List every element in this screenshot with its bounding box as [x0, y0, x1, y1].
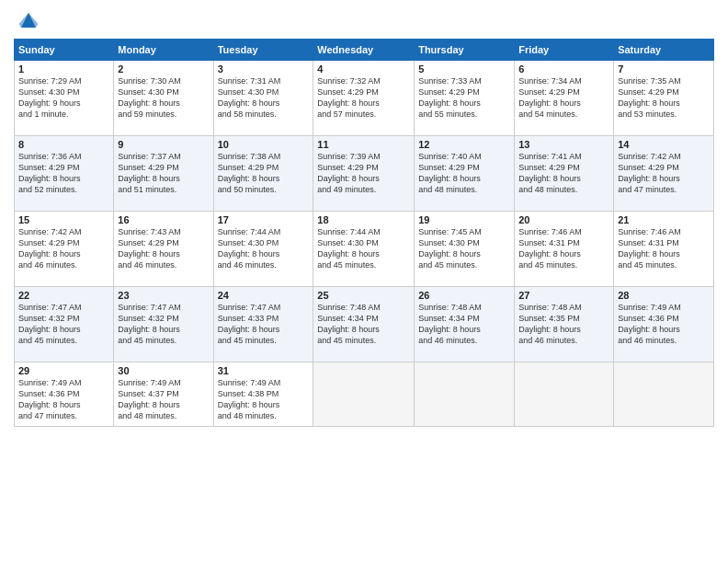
day-info: Sunrise: 7:34 AMSunset: 4:29 PMDaylight:… — [518, 75, 609, 121]
day-info: Sunrise: 7:47 AMSunset: 4:32 PMDaylight:… — [118, 302, 209, 347]
calendar-cell: 16Sunrise: 7:43 AMSunset: 4:29 PMDayligh… — [114, 212, 213, 287]
header-cell-monday: Monday — [114, 40, 213, 61]
day-info: Sunrise: 7:39 AMSunset: 4:29 PMDaylight:… — [317, 151, 410, 196]
day-number: 22 — [18, 290, 109, 301]
day-number: 3 — [218, 63, 310, 75]
day-info: Sunrise: 7:47 AMSunset: 4:33 PMDaylight:… — [218, 302, 310, 347]
day-info: Sunrise: 7:48 AMSunset: 4:34 PMDaylight:… — [317, 302, 410, 347]
calendar-cell: 22Sunrise: 7:47 AMSunset: 4:32 PMDayligh… — [15, 287, 114, 362]
week-row-4: 22Sunrise: 7:47 AMSunset: 4:32 PMDayligh… — [15, 287, 714, 362]
day-number: 12 — [418, 139, 510, 150]
day-info: Sunrise: 7:48 AMSunset: 4:34 PMDaylight:… — [418, 302, 510, 347]
day-info: Sunrise: 7:35 AMSunset: 4:29 PMDaylight:… — [618, 75, 710, 121]
calendar-cell: 10Sunrise: 7:38 AMSunset: 4:29 PMDayligh… — [213, 136, 313, 212]
day-number: 26 — [418, 290, 510, 301]
calendar-cell — [614, 362, 714, 427]
day-info: Sunrise: 7:47 AMSunset: 4:32 PMDaylight:… — [18, 302, 109, 347]
calendar-cell: 31Sunrise: 7:49 AMSunset: 4:38 PMDayligh… — [213, 362, 313, 427]
day-info: Sunrise: 7:36 AMSunset: 4:29 PMDaylight:… — [18, 151, 109, 196]
day-number: 19 — [418, 214, 510, 225]
calendar-cell: 1Sunrise: 7:29 AMSunset: 4:30 PMDaylight… — [15, 61, 114, 136]
calendar-cell: 26Sunrise: 7:48 AMSunset: 4:34 PMDayligh… — [415, 287, 515, 362]
day-info: Sunrise: 7:45 AMSunset: 4:30 PMDaylight:… — [418, 226, 510, 271]
day-info: Sunrise: 7:29 AMSunset: 4:30 PMDaylight:… — [18, 75, 109, 121]
calendar-cell: 25Sunrise: 7:48 AMSunset: 4:34 PMDayligh… — [313, 287, 415, 362]
calendar-cell: 14Sunrise: 7:42 AMSunset: 4:29 PMDayligh… — [614, 136, 714, 212]
day-info: Sunrise: 7:31 AMSunset: 4:30 PMDaylight:… — [218, 75, 310, 121]
day-number: 28 — [618, 290, 710, 301]
header-cell-friday: Friday — [515, 40, 614, 61]
day-number: 13 — [518, 139, 609, 150]
calendar-cell: 8Sunrise: 7:36 AMSunset: 4:29 PMDaylight… — [15, 136, 114, 212]
day-number: 27 — [518, 290, 609, 301]
day-number: 14 — [618, 139, 710, 150]
day-info: Sunrise: 7:33 AMSunset: 4:29 PMDaylight:… — [418, 75, 510, 121]
day-number: 2 — [118, 63, 209, 75]
day-info: Sunrise: 7:42 AMSunset: 4:29 PMDaylight:… — [18, 226, 109, 271]
day-info: Sunrise: 7:48 AMSunset: 4:35 PMDaylight:… — [518, 302, 609, 347]
day-info: Sunrise: 7:30 AMSunset: 4:30 PMDaylight:… — [118, 75, 209, 121]
day-info: Sunrise: 7:44 AMSunset: 4:30 PMDaylight:… — [218, 226, 310, 271]
day-number: 6 — [518, 63, 609, 75]
header-cell-wednesday: Wednesday — [313, 40, 415, 61]
calendar-cell: 20Sunrise: 7:46 AMSunset: 4:31 PMDayligh… — [515, 212, 614, 287]
day-number: 21 — [618, 214, 710, 225]
day-number: 17 — [218, 214, 310, 225]
day-number: 11 — [317, 139, 410, 150]
day-number: 29 — [18, 365, 109, 376]
day-info: Sunrise: 7:49 AMSunset: 4:37 PMDaylight:… — [118, 377, 209, 422]
calendar-cell: 28Sunrise: 7:49 AMSunset: 4:36 PMDayligh… — [614, 287, 714, 362]
header-cell-sunday: Sunday — [15, 40, 114, 61]
header-cell-saturday: Saturday — [614, 40, 714, 61]
calendar-cell — [515, 362, 614, 427]
calendar-cell — [415, 362, 515, 427]
day-info: Sunrise: 7:46 AMSunset: 4:31 PMDaylight:… — [518, 226, 609, 271]
logo — [14, 9, 40, 31]
day-info: Sunrise: 7:49 AMSunset: 4:36 PMDaylight:… — [618, 302, 710, 347]
day-info: Sunrise: 7:42 AMSunset: 4:29 PMDaylight:… — [618, 151, 710, 196]
day-number: 23 — [118, 290, 209, 301]
day-number: 7 — [618, 63, 710, 75]
calendar-cell: 7Sunrise: 7:35 AMSunset: 4:29 PMDaylight… — [614, 61, 714, 136]
calendar-cell: 11Sunrise: 7:39 AMSunset: 4:29 PMDayligh… — [313, 136, 415, 212]
day-info: Sunrise: 7:37 AMSunset: 4:29 PMDaylight:… — [118, 151, 209, 196]
page: SundayMondayTuesdayWednesdayThursdayFrid… — [0, 0, 728, 563]
calendar-cell: 15Sunrise: 7:42 AMSunset: 4:29 PMDayligh… — [15, 212, 114, 287]
header — [14, 9, 714, 31]
day-number: 25 — [317, 290, 410, 301]
day-number: 20 — [518, 214, 609, 225]
calendar-cell: 29Sunrise: 7:49 AMSunset: 4:36 PMDayligh… — [15, 362, 114, 427]
calendar-cell: 23Sunrise: 7:47 AMSunset: 4:32 PMDayligh… — [114, 287, 213, 362]
day-number: 4 — [317, 63, 410, 75]
calendar-cell: 27Sunrise: 7:48 AMSunset: 4:35 PMDayligh… — [515, 287, 614, 362]
calendar-cell: 9Sunrise: 7:37 AMSunset: 4:29 PMDaylight… — [114, 136, 213, 212]
day-number: 8 — [18, 139, 109, 150]
day-info: Sunrise: 7:32 AMSunset: 4:29 PMDaylight:… — [317, 75, 410, 121]
day-number: 16 — [118, 214, 209, 225]
calendar-cell: 24Sunrise: 7:47 AMSunset: 4:33 PMDayligh… — [213, 287, 313, 362]
week-row-2: 8Sunrise: 7:36 AMSunset: 4:29 PMDaylight… — [15, 136, 714, 212]
day-number: 9 — [118, 139, 209, 150]
header-cell-thursday: Thursday — [415, 40, 515, 61]
day-info: Sunrise: 7:49 AMSunset: 4:38 PMDaylight:… — [218, 377, 310, 422]
header-row: SundayMondayTuesdayWednesdayThursdayFrid… — [15, 40, 714, 61]
day-number: 18 — [317, 214, 410, 225]
calendar-cell: 21Sunrise: 7:46 AMSunset: 4:31 PMDayligh… — [614, 212, 714, 287]
day-info: Sunrise: 7:38 AMSunset: 4:29 PMDaylight:… — [218, 151, 310, 196]
week-row-3: 15Sunrise: 7:42 AMSunset: 4:29 PMDayligh… — [15, 212, 714, 287]
day-number: 1 — [18, 63, 109, 75]
calendar-cell: 5Sunrise: 7:33 AMSunset: 4:29 PMDaylight… — [415, 61, 515, 136]
day-number: 15 — [18, 214, 109, 225]
day-info: Sunrise: 7:40 AMSunset: 4:29 PMDaylight:… — [418, 151, 510, 196]
day-number: 5 — [418, 63, 510, 75]
calendar-cell: 2Sunrise: 7:30 AMSunset: 4:30 PMDaylight… — [114, 61, 213, 136]
day-number: 30 — [118, 365, 209, 376]
calendar-cell: 18Sunrise: 7:44 AMSunset: 4:30 PMDayligh… — [313, 212, 415, 287]
day-info: Sunrise: 7:46 AMSunset: 4:31 PMDaylight:… — [618, 226, 710, 271]
week-row-1: 1Sunrise: 7:29 AMSunset: 4:30 PMDaylight… — [15, 61, 714, 136]
logo-icon — [17, 9, 40, 31]
day-number: 10 — [218, 139, 310, 150]
calendar-cell: 6Sunrise: 7:34 AMSunset: 4:29 PMDaylight… — [515, 61, 614, 136]
header-cell-tuesday: Tuesday — [213, 40, 313, 61]
calendar-cell: 13Sunrise: 7:41 AMSunset: 4:29 PMDayligh… — [515, 136, 614, 212]
